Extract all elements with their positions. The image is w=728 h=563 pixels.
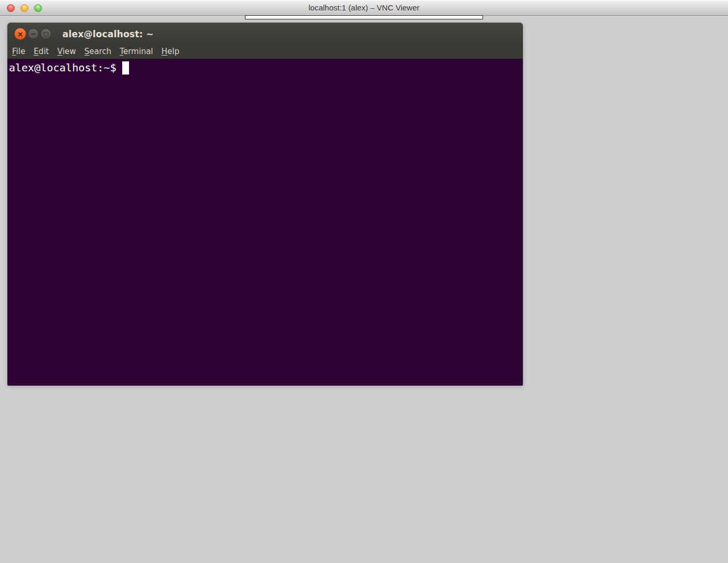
menu-item-help[interactable]: Help (157, 45, 184, 59)
terminal-screen[interactable]: alex@localhost:~$ (7, 59, 523, 386)
menu-item-edit[interactable]: Edit (29, 45, 53, 59)
menu-item-search[interactable]: Search (80, 45, 116, 59)
traffic-lights (7, 4, 42, 12)
terminal-window: × − □ alex@localhost: ~ FileEditViewSear… (7, 23, 523, 386)
vnc-close-button[interactable] (7, 4, 15, 12)
menu-item-view[interactable]: View (53, 45, 80, 59)
terminal-window-buttons: × − □ (14, 28, 51, 40)
vnc-toolbar-handle[interactable] (245, 15, 483, 19)
vnc-zoom-button[interactable] (34, 4, 42, 12)
vnc-minimize-button[interactable] (20, 4, 28, 12)
maximize-icon: □ (43, 31, 48, 37)
terminal-menubar: FileEditViewSearchTerminalHelp (7, 45, 523, 59)
terminal-cursor (122, 61, 129, 75)
menu-item-terminal[interactable]: Terminal (115, 45, 157, 59)
terminal-maximize-button[interactable]: □ (40, 28, 51, 39)
vnc-window-title: localhost:1 (alex) – VNC Viewer (0, 0, 728, 16)
terminal-title: alex@localhost: ~ (62, 29, 154, 39)
vnc-titlebar: localhost:1 (alex) – VNC Viewer (0, 0, 728, 16)
close-icon: × (17, 30, 24, 38)
shell-prompt: alex@localhost:~$ (9, 61, 116, 75)
menu-item-file[interactable]: File (8, 45, 29, 59)
terminal-minimize-button[interactable]: − (28, 28, 39, 39)
terminal-titlebar[interactable]: × − □ alex@localhost: ~ (7, 23, 523, 45)
terminal-close-button[interactable]: × (14, 28, 26, 40)
prompt-line: alex@localhost:~$ (9, 61, 521, 75)
minimize-icon: − (30, 30, 36, 37)
